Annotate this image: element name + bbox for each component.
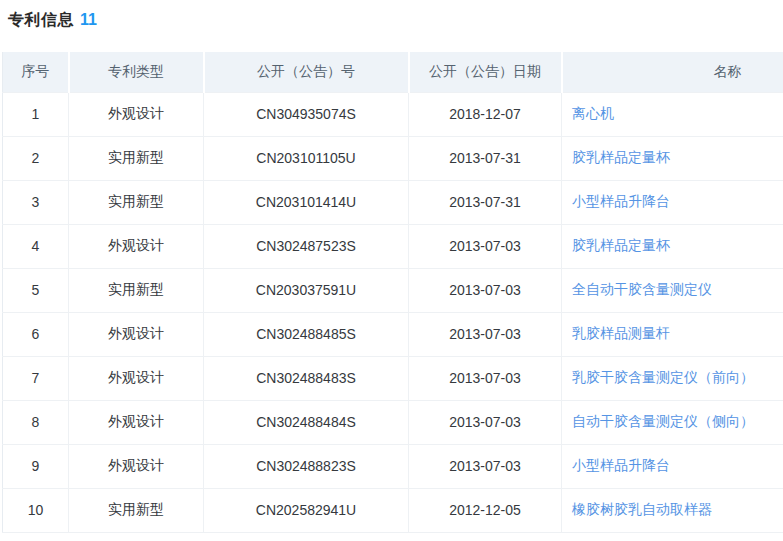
table-row: 6外观设计CN302488485S2013-07-03乳胶样品测量杆 xyxy=(3,312,783,356)
column-header-type: 专利类型 xyxy=(69,52,204,92)
table-row: 9外观设计CN302488823S2013-07-03小型样品升降台 xyxy=(3,444,783,488)
cell-date: 2013-07-31 xyxy=(409,180,562,224)
patent-name-link[interactable]: 橡胶树胶乳自动取样器 xyxy=(572,501,712,517)
cell-type: 外观设计 xyxy=(69,356,204,400)
cell-name: 乳胶干胶含量测定仪（前向） xyxy=(562,356,783,400)
cell-date: 2013-07-03 xyxy=(409,312,562,356)
cell-index: 2 xyxy=(3,136,69,180)
cell-type: 实用新型 xyxy=(69,136,204,180)
column-header-name: 名称 xyxy=(562,52,783,92)
cell-index: 9 xyxy=(3,444,69,488)
patent-count-badge: 11 xyxy=(80,11,97,29)
cell-number: CN302487523S xyxy=(204,224,409,268)
cell-number: CN203037591U xyxy=(204,268,409,312)
patent-name-link[interactable]: 离心机 xyxy=(572,105,614,121)
cell-date: 2013-07-31 xyxy=(409,136,562,180)
cell-number: CN302488485S xyxy=(204,312,409,356)
cell-number: CN302488484S xyxy=(204,400,409,444)
patent-name-link[interactable]: 胶乳样品定量杯 xyxy=(572,149,670,165)
table-row: 3实用新型CN203101414U2013-07-31小型样品升降台 xyxy=(3,180,783,224)
cell-type: 外观设计 xyxy=(69,400,204,444)
column-header-number: 公开（公告）号 xyxy=(204,52,409,92)
cell-number: CN202582941U xyxy=(204,488,409,532)
cell-name: 小型样品升降台 xyxy=(562,444,783,488)
patent-name-link[interactable]: 乳胶干胶含量测定仪（前向） xyxy=(572,369,754,385)
patent-table: 序号 专利类型 公开（公告）号 公开（公告）日期 名称 1外观设计CN30493… xyxy=(2,52,783,533)
cell-date: 2012-12-05 xyxy=(409,488,562,532)
table-row: 1外观设计CN304935074S2018-12-07离心机 xyxy=(3,92,783,136)
cell-type: 实用新型 xyxy=(69,180,204,224)
table-row: 10实用新型CN202582941U2012-12-05橡胶树胶乳自动取样器 xyxy=(3,488,783,532)
cell-number: CN304935074S xyxy=(204,92,409,136)
cell-name: 胶乳样品定量杯 xyxy=(562,136,783,180)
cell-index: 5 xyxy=(3,268,69,312)
cell-number: CN203101414U xyxy=(204,180,409,224)
patent-table-wrapper: 序号 专利类型 公开（公告）号 公开（公告）日期 名称 1外观设计CN30493… xyxy=(2,52,783,533)
page-title: 专利信息 xyxy=(8,10,74,31)
cell-index: 4 xyxy=(3,224,69,268)
cell-index: 3 xyxy=(3,180,69,224)
cell-date: 2013-07-03 xyxy=(409,400,562,444)
cell-number: CN203101105U xyxy=(204,136,409,180)
cell-index: 7 xyxy=(3,356,69,400)
cell-name: 乳胶样品测量杆 xyxy=(562,312,783,356)
patent-name-link[interactable]: 乳胶样品测量杆 xyxy=(572,325,670,341)
cell-date: 2013-07-03 xyxy=(409,224,562,268)
cell-name: 自动干胶含量测定仪（侧向） xyxy=(562,400,783,444)
cell-date: 2018-12-07 xyxy=(409,92,562,136)
cell-index: 10 xyxy=(3,488,69,532)
patent-name-link[interactable]: 小型样品升降台 xyxy=(572,457,670,473)
cell-index: 1 xyxy=(3,92,69,136)
cell-index: 6 xyxy=(3,312,69,356)
column-header-index: 序号 xyxy=(3,52,69,92)
cell-number: CN302488823S xyxy=(204,444,409,488)
patent-name-link[interactable]: 小型样品升降台 xyxy=(572,193,670,209)
cell-type: 实用新型 xyxy=(69,268,204,312)
cell-date: 2013-07-03 xyxy=(409,268,562,312)
table-header-row: 序号 专利类型 公开（公告）号 公开（公告）日期 名称 xyxy=(3,52,783,92)
cell-date: 2013-07-03 xyxy=(409,444,562,488)
cell-name: 离心机 xyxy=(562,92,783,136)
table-row: 5实用新型CN203037591U2013-07-03全自动干胶含量测定仪 xyxy=(3,268,783,312)
cell-number: CN302488483S xyxy=(204,356,409,400)
patent-info-section: 专利信息 11 序号 专利类型 公开（公告）号 公开（公告）日期 名称 1 xyxy=(0,0,783,541)
cell-type: 外观设计 xyxy=(69,312,204,356)
cell-name: 橡胶树胶乳自动取样器 xyxy=(562,488,783,532)
table-row: 8外观设计CN302488484S2013-07-03自动干胶含量测定仪（侧向） xyxy=(3,400,783,444)
section-header: 专利信息 11 xyxy=(0,0,783,30)
table-row: 2实用新型CN203101105U2013-07-31胶乳样品定量杯 xyxy=(3,136,783,180)
cell-type: 外观设计 xyxy=(69,444,204,488)
cell-type: 外观设计 xyxy=(69,224,204,268)
cell-name: 全自动干胶含量测定仪 xyxy=(562,268,783,312)
cell-type: 外观设计 xyxy=(69,92,204,136)
column-header-date: 公开（公告）日期 xyxy=(409,52,562,92)
table-row: 7外观设计CN302488483S2013-07-03乳胶干胶含量测定仪（前向） xyxy=(3,356,783,400)
cell-name: 胶乳样品定量杯 xyxy=(562,224,783,268)
patent-name-link[interactable]: 胶乳样品定量杯 xyxy=(572,237,670,253)
patent-name-link[interactable]: 全自动干胶含量测定仪 xyxy=(572,281,712,297)
cell-type: 实用新型 xyxy=(69,488,204,532)
cell-index: 8 xyxy=(3,400,69,444)
patent-name-link[interactable]: 自动干胶含量测定仪（侧向） xyxy=(572,413,754,429)
table-row: 4外观设计CN302487523S2013-07-03胶乳样品定量杯 xyxy=(3,224,783,268)
cell-name: 小型样品升降台 xyxy=(562,180,783,224)
cell-date: 2013-07-03 xyxy=(409,356,562,400)
